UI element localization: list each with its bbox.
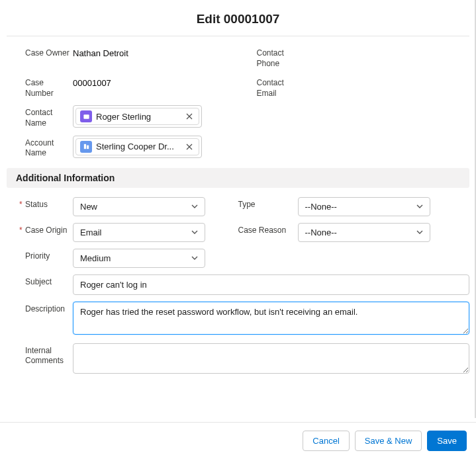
contact-name-remove-icon[interactable]: [184, 111, 195, 122]
additional-info-section: Additional Information: [7, 168, 469, 188]
case-reason-value: --None--: [305, 228, 337, 237]
chevron-down-icon: [416, 229, 423, 235]
internal-comments-label: Internal Comments: [7, 343, 73, 376]
case-owner-value: Nathan Detroit: [73, 46, 128, 58]
case-number-label: Case Number: [7, 75, 73, 99]
case-owner-label: Case Owner: [7, 46, 73, 59]
svg-rect-4: [86, 146, 88, 149]
type-select[interactable]: --None--: [298, 197, 430, 216]
modal-header: Edit 00001007: [7, 0, 469, 36]
type-value: --None--: [305, 202, 337, 212]
contact-email-label: Contact Email: [238, 75, 305, 99]
contact-name-text: Roger Sterling: [96, 112, 181, 122]
account-name-pill: Sterling Cooper Dr...: [75, 138, 199, 155]
description-label: Description: [7, 302, 73, 337]
modal-title: Edit 00001007: [7, 12, 469, 26]
chevron-down-icon: [191, 203, 198, 210]
svg-rect-0: [83, 114, 89, 118]
priority-label: Priority: [7, 249, 73, 262]
description-textarea[interactable]: [73, 302, 469, 335]
case-number-value: 00001007: [73, 75, 111, 88]
chevron-down-icon: [416, 203, 423, 210]
contact-name-pill: Roger Sterling: [75, 108, 199, 125]
account-name-remove-icon[interactable]: [184, 142, 195, 152]
save-button[interactable]: Save: [427, 431, 467, 451]
modal-footer: Cancel Save & New Save: [0, 422, 476, 459]
status-label: Status: [7, 197, 73, 210]
case-reason-select[interactable]: --None--: [298, 223, 430, 242]
status-select[interactable]: New: [73, 197, 205, 216]
internal-comments-textarea[interactable]: [73, 343, 469, 374]
edit-case-modal: Edit 00001007 Case Owner Nathan Detroit …: [0, 0, 476, 459]
account-name-lookup[interactable]: Sterling Cooper Dr...: [73, 136, 202, 158]
chevron-down-icon: [191, 255, 198, 261]
cancel-button[interactable]: Cancel: [303, 431, 349, 451]
priority-select[interactable]: Medium: [73, 249, 205, 268]
contact-name-lookup[interactable]: Roger Sterling: [73, 105, 202, 128]
status-value: New: [80, 202, 97, 212]
case-origin-value: Email: [80, 228, 102, 237]
contact-icon: [80, 110, 92, 122]
save-and-new-button[interactable]: Save & New: [355, 431, 422, 451]
type-label: Type: [238, 197, 298, 210]
subject-input[interactable]: [73, 274, 469, 295]
account-name-label: Account Name: [7, 136, 73, 159]
contact-phone-label: Contact Phone: [238, 46, 305, 69]
case-origin-label: Case Origin: [7, 223, 73, 236]
account-icon: [80, 141, 92, 153]
chevron-down-icon: [191, 229, 198, 235]
account-name-text: Sterling Cooper Dr...: [96, 142, 181, 151]
subject-label: Subject: [7, 274, 73, 295]
case-origin-select[interactable]: Email: [73, 223, 205, 242]
priority-value: Medium: [80, 253, 111, 263]
case-reason-label: Case Reason: [238, 223, 298, 236]
modal-body: Case Owner Nathan Detroit Contact Phone …: [0, 36, 476, 422]
svg-rect-3: [83, 144, 85, 149]
contact-name-label: Contact Name: [7, 105, 73, 128]
